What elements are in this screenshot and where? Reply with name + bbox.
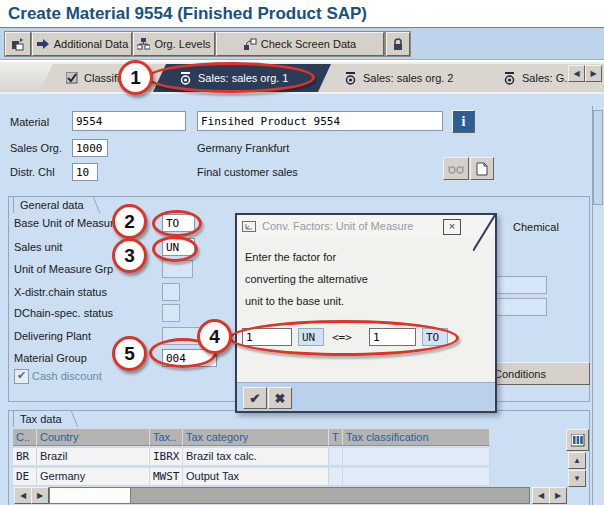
- cell-tax-category: Output Tax: [183, 468, 329, 486]
- tab-sales-org-2-label: Sales: sales org. 2: [363, 72, 454, 84]
- col-header-tax[interactable]: Tax..: [150, 429, 183, 446]
- dialog-close-button[interactable]: ×: [443, 219, 461, 235]
- cash-discount-label: Cash discount: [32, 370, 102, 382]
- lock-icon: [392, 38, 404, 51]
- table-scroll-down-button[interactable]: ▼: [568, 470, 586, 487]
- distr-chl-input[interactable]: [72, 163, 98, 181]
- conditions-button-label: Conditions: [494, 368, 546, 380]
- dialog-message-line: unit to the base unit.: [245, 295, 344, 307]
- distr-chl-label: Distr. Chl: [10, 166, 55, 178]
- sales-unit-label: Sales unit: [14, 241, 62, 253]
- scroll-right-icon: ▶: [555, 491, 561, 500]
- hscroll-right-button[interactable]: ▶: [549, 487, 567, 504]
- sales-tab-icon: [344, 72, 357, 85]
- xdistr-status-field[interactable]: [162, 283, 180, 301]
- scroll-down-icon: ▼: [573, 474, 581, 483]
- tax-table-row[interactable]: DE Germany MWST Output Tax: [13, 468, 490, 486]
- check-screen-data-label: Check Screen Data: [261, 38, 356, 50]
- xdistr-status-label: X-distr.chain status: [14, 286, 107, 298]
- hscroll-thumb[interactable]: [49, 487, 131, 504]
- tab-scroll-left-button[interactable]: ◀: [568, 65, 585, 82]
- cell-country-key: BR: [13, 448, 37, 466]
- uom-group-field[interactable]: [162, 260, 193, 278]
- new-page-icon: [476, 162, 488, 176]
- arrow-right-icon: [36, 38, 50, 50]
- annotation-callout-2: 2: [112, 204, 147, 239]
- check-screen-data-button[interactable]: Check Screen Data: [216, 32, 384, 56]
- annotation-ellipse-conversion-row: [229, 320, 459, 356]
- material-label: Material: [10, 116, 49, 128]
- sales-org-label: Sales Org.: [10, 142, 62, 154]
- callout-number: 2: [124, 211, 135, 233]
- tab-scroll-right-button[interactable]: ▶: [585, 65, 602, 82]
- cancel-x-icon: ✖: [275, 391, 286, 406]
- hscroll-left-button[interactable]: ◀: [14, 487, 32, 504]
- callout-number: 4: [209, 326, 220, 348]
- glasses-icon: [448, 164, 464, 174]
- callout-number: 5: [124, 343, 135, 365]
- table-scroll-up-button[interactable]: ▲: [568, 452, 586, 469]
- uom-group-label: Unit of Measure Grp: [14, 263, 113, 275]
- annotation-callout-4: 4: [197, 319, 232, 354]
- delivering-plant-label: Delivering Plant: [14, 330, 91, 342]
- scroll-right-icon: ▶: [590, 69, 596, 78]
- material-description-input[interactable]: [197, 111, 443, 131]
- sales-tab-icon: [503, 72, 516, 85]
- classification-tab-icon: [66, 72, 78, 84]
- callout-number: 3: [124, 245, 135, 267]
- cell-tax-classification: [343, 448, 490, 466]
- annotation-callout-5: 5: [112, 336, 147, 371]
- dialog-cancel-button[interactable]: ✖: [268, 387, 292, 409]
- additional-data-button[interactable]: Additional Data: [32, 32, 132, 56]
- cell-tax-code: IBRX: [150, 448, 183, 466]
- dialog-title: Conv. Factors: Unit of Measure: [262, 220, 413, 232]
- sap-window: Create Material 9554 (Finished Product S…: [0, 0, 604, 505]
- org-levels-label: Org. Levels: [154, 38, 210, 50]
- tab-sales-general-label: Sales: G...: [522, 72, 573, 84]
- copy-material-button[interactable]: [5, 32, 31, 56]
- dialog-message-line: Enter the factor for: [245, 251, 336, 263]
- scroll-up-icon: ▲: [573, 456, 581, 465]
- col-header-country[interactable]: Country: [37, 429, 150, 446]
- sales-org-input[interactable]: [72, 139, 108, 157]
- col-header-tax-classification[interactable]: Tax classification: [343, 429, 490, 446]
- col-header-t[interactable]: T: [329, 429, 343, 446]
- lock-button[interactable]: [386, 32, 410, 56]
- sales-org-description: Germany Frankfurt: [197, 142, 289, 154]
- cash-discount-checkbox[interactable]: ✔: [14, 369, 29, 384]
- table-settings-icon: [571, 434, 585, 447]
- tax-table-row[interactable]: BR Brazil IBRX Brazil tax calc.: [13, 448, 490, 466]
- conv-factors-dialog: Conv. Factors: Unit of Measure × Enter t…: [235, 213, 497, 413]
- division-text: Chemical: [513, 221, 559, 233]
- display-button[interactable]: [443, 157, 469, 180]
- cell-country-key: DE: [13, 468, 37, 486]
- new-page-button[interactable]: [470, 157, 494, 180]
- additional-data-label: Additional Data: [54, 38, 129, 50]
- page-title: Create Material 9554 (Finished Product S…: [8, 4, 367, 24]
- base-unit-label: Base Unit of Measure: [14, 217, 120, 229]
- vertical-scrollbar-thumb[interactable]: [593, 110, 603, 205]
- check-screen-icon: [244, 38, 257, 50]
- info-button[interactable]: i: [452, 110, 475, 133]
- cell-tax-category: Brazil tax calc.: [183, 448, 329, 466]
- col-header-tax-category[interactable]: Tax category: [183, 429, 329, 446]
- material-group-label: Material Group: [14, 352, 87, 364]
- hscroll-stepback-button[interactable]: ◀: [532, 487, 550, 504]
- cell-country: Germany: [37, 468, 150, 486]
- org-levels-button[interactable]: Org. Levels: [133, 32, 215, 56]
- hscroll-step-button[interactable]: ▶: [31, 487, 49, 504]
- dchain-status-field[interactable]: [162, 304, 180, 322]
- table-settings-button[interactable]: [566, 429, 589, 451]
- scroll-left-icon: ◀: [573, 69, 579, 78]
- callout-number: 1: [130, 67, 141, 89]
- dialog-ok-button[interactable]: ✔: [243, 387, 267, 409]
- cell-tax-code: MWST: [150, 468, 183, 486]
- org-levels-icon: [137, 38, 150, 50]
- tax-table-header: C.. Country Tax.. Tax category T Tax cla…: [13, 429, 490, 446]
- annotation-ellipse-base-unit: [152, 210, 202, 237]
- general-data-section-label: General data: [13, 196, 91, 213]
- col-header-c[interactable]: C..: [13, 429, 37, 446]
- checkmark-icon: ✔: [17, 369, 26, 381]
- scroll-right-icon: ▶: [37, 491, 43, 500]
- material-input[interactable]: [72, 111, 186, 131]
